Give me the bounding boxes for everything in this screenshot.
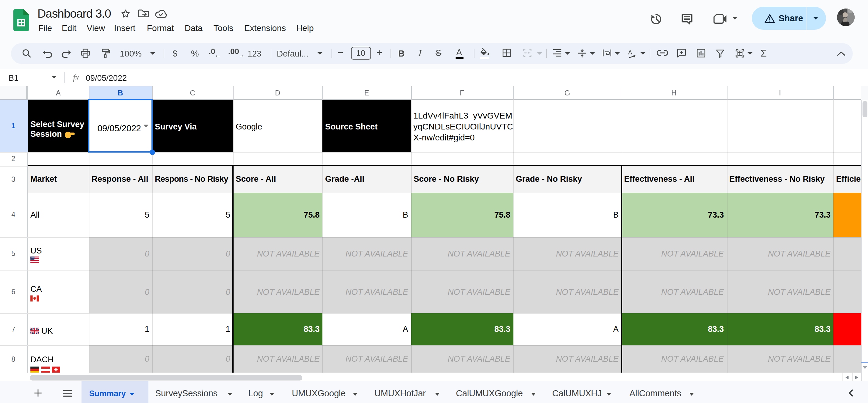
svg-text:A: A (628, 48, 632, 55)
